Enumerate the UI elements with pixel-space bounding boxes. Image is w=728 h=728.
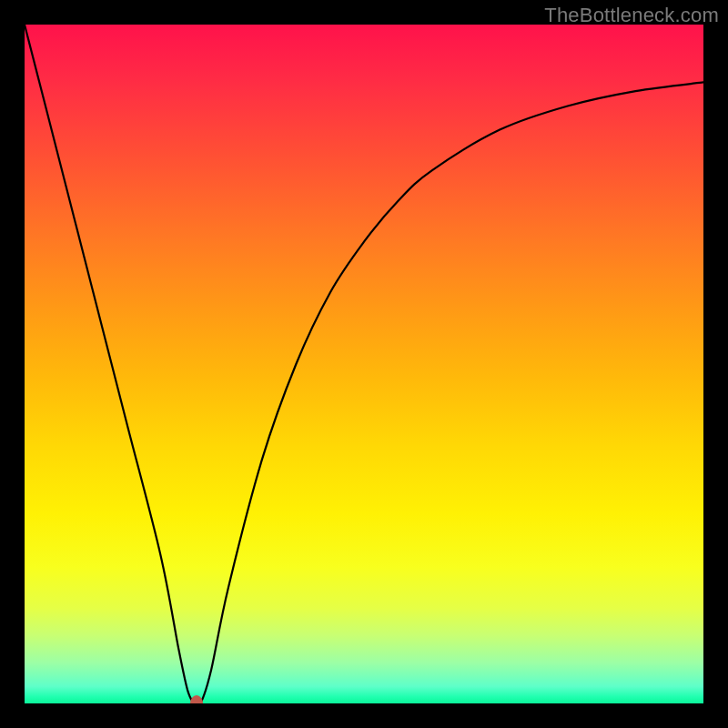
watermark-label: TheBottleneck.com [544,4,719,27]
plot-area [25,25,703,703]
bottleneck-curve [25,25,703,703]
outer-frame: TheBottleneck.com [0,0,728,728]
